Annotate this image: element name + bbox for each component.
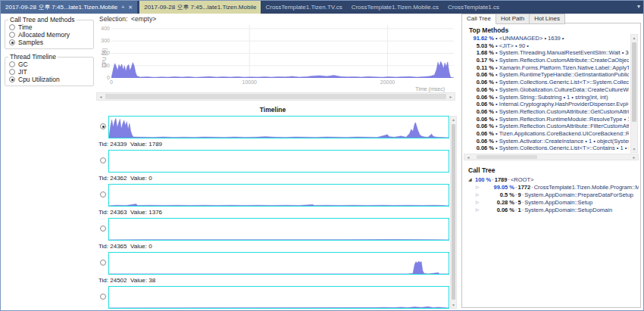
thread-radio-icon[interactable] bbox=[100, 191, 106, 197]
thread-activity-chart[interactable] bbox=[108, 184, 449, 207]
scrollbar-thumb[interactable] bbox=[105, 94, 446, 99]
top-method-row[interactable]: 0.06 % • System.Collections.Generic.List… bbox=[468, 79, 629, 86]
top-method-row[interactable]: 0.06 % • System.Reflection.RuntimeModule… bbox=[468, 116, 629, 123]
radio-label: Allocated Memory bbox=[18, 31, 70, 39]
radio-unselected-icon[interactable] bbox=[9, 24, 15, 30]
thread-radio-icon[interactable] bbox=[100, 294, 106, 300]
tree-sample-count: 5 bbox=[518, 199, 521, 206]
call-tree-row[interactable]: ◢100 %·1789·<ROOT> bbox=[465, 176, 639, 183]
top-method-row[interactable]: 0.06 % • Tizen.Applications.CoreBackend.… bbox=[468, 130, 629, 138]
radio-unselected-icon[interactable] bbox=[9, 32, 15, 38]
top-method-row[interactable]: 1.68 % • System.Threading.ManualResetEve… bbox=[468, 49, 629, 57]
document-tab[interactable]: CrossTemplate1.Tizen.Mobile.cs bbox=[347, 1, 443, 14]
tree-percent: 0.06 % bbox=[483, 207, 514, 213]
top-methods-vertical-scrollbar[interactable]: ▲ ▼ bbox=[630, 34, 638, 153]
top-method-row[interactable]: 0.11 % • Xamarin.Forms.Platform.Tizen.Na… bbox=[468, 64, 629, 72]
document-tabbar: 2017-09-28 오후 7:45...late1.Tizen.Mobile+… bbox=[1, 1, 643, 14]
thread-radio-selected-icon[interactable] bbox=[100, 123, 106, 129]
expand-icon[interactable]: ▷ bbox=[476, 206, 483, 213]
call-tree-row[interactable]: ▷0.28 %·5·System.AppDomain::Setup bbox=[465, 198, 639, 206]
radio-option[interactable]: GC bbox=[9, 61, 92, 68]
chart-horizontal-scrollbar[interactable]: ◄ ► bbox=[96, 92, 455, 101]
cpu-chart-plot-area[interactable] bbox=[111, 25, 454, 78]
scrollbar-thumb[interactable] bbox=[452, 124, 455, 300]
method-name: • Xamarin.Forms.Platform.Tizen.Native.La… bbox=[494, 64, 629, 71]
document-tab[interactable]: 2017-09-28 오후 7:45...late1.Tizen.Mobile+… bbox=[1, 1, 137, 14]
top-method-row[interactable]: 0.06 % • System.RuntimeTypeHandle::GetIn… bbox=[468, 71, 629, 79]
timeline-row: Tid: 24339 Value: 1789 bbox=[96, 116, 450, 150]
thread-activity-chart[interactable] bbox=[108, 218, 449, 241]
scroll-up-icon[interactable]: ▲ bbox=[631, 36, 637, 40]
scroll-left-icon[interactable]: ◄ bbox=[464, 155, 472, 160]
top-method-row[interactable]: 0.06 % • System.String::Substring • 1 • … bbox=[468, 94, 629, 101]
radio-selected-icon[interactable] bbox=[9, 76, 15, 82]
radio-unselected-icon[interactable] bbox=[9, 69, 15, 75]
scroll-down-icon[interactable]: ▼ bbox=[631, 147, 637, 151]
thread-radio-icon[interactable] bbox=[100, 260, 106, 266]
thread-radio-icon[interactable] bbox=[100, 157, 106, 163]
pin-icon[interactable]: + bbox=[121, 5, 124, 10]
top-method-row[interactable]: 0.17 % • System.Reflection.CustomAttribu… bbox=[468, 57, 629, 64]
tab-label: CrossTemplate1.Tizen.Mobile.cs bbox=[352, 4, 439, 11]
radio-option[interactable]: JIT bbox=[9, 68, 92, 76]
tree-percent: 99.05 % bbox=[483, 184, 514, 191]
top-method-row[interactable]: 0.06 % • Internal.Cryptography.HashProvi… bbox=[468, 101, 629, 108]
timeline-vertical-scrollbar[interactable]: ▲ ▼ bbox=[450, 116, 457, 309]
radio-selected-icon[interactable] bbox=[9, 39, 15, 45]
top-method-row[interactable]: 0.06 % • System.Collections.Generic.List… bbox=[468, 145, 629, 151]
call-tree-row[interactable]: ▷0.5 %·9·System.AppDomain::PrepareDataFo… bbox=[465, 191, 639, 198]
radio-option[interactable]: Cpu Utilization bbox=[9, 76, 92, 83]
close-icon[interactable]: ✕ bbox=[128, 5, 133, 11]
separator: · bbox=[522, 191, 524, 198]
thread-activity-chart[interactable] bbox=[108, 252, 449, 275]
tree-percent: 100 % bbox=[475, 176, 491, 183]
top-method-row[interactable]: 0.06 % • System.Reflection.CustomAttribu… bbox=[468, 108, 629, 116]
thread-activity-chart[interactable] bbox=[108, 286, 449, 309]
thread-activity-chart[interactable] bbox=[108, 116, 449, 138]
method-name: • System.Collections.Generic.List<T>::Sy… bbox=[494, 79, 629, 86]
scroll-up-icon[interactable]: ▲ bbox=[451, 117, 456, 122]
document-tab[interactable]: CrossTemplate1.cs bbox=[443, 1, 504, 14]
method-percent: 0.06 % bbox=[468, 79, 494, 86]
radio-option[interactable]: Allocated Memory bbox=[9, 31, 92, 39]
scrollbar-track[interactable] bbox=[472, 154, 630, 160]
scroll-left-icon[interactable]: ◄ bbox=[97, 95, 105, 99]
expand-icon[interactable]: ▷ bbox=[476, 191, 483, 198]
options-panel: Call Tree and MethodsTimeAllocated Memor… bbox=[2, 14, 96, 309]
method-name: • System.Threading.ManualResetEventSlim:… bbox=[494, 49, 629, 56]
top-method-row[interactable]: 0.06 % • System.Activator::CreateInstanc… bbox=[468, 138, 629, 145]
expand-icon[interactable]: ▷ bbox=[476, 198, 483, 206]
top-method-row[interactable]: 5.03 % • <JIT> • 90 • bbox=[468, 42, 629, 50]
scrollbar-track[interactable] bbox=[105, 93, 447, 100]
method-name: • System.RuntimeTypeHandle::GetInstantia… bbox=[494, 71, 629, 78]
tab-hot-lines[interactable]: Hot Lines bbox=[530, 14, 565, 24]
chevron-down-icon[interactable]: ▾ bbox=[637, 3, 640, 10]
top-methods-horizontal-scrollbar[interactable]: ◄ ► bbox=[464, 154, 639, 160]
radio-unselected-icon[interactable] bbox=[9, 61, 15, 67]
selection-caption: Selection: bbox=[99, 15, 127, 23]
method-percent: 0.06 % bbox=[468, 145, 494, 151]
expand-icon[interactable]: ▷ bbox=[476, 183, 483, 191]
thread-radio-icon[interactable] bbox=[100, 225, 106, 232]
thread-activity-chart[interactable] bbox=[108, 150, 449, 173]
scrollbar-thumb[interactable] bbox=[477, 155, 537, 159]
tab-call-tree[interactable]: Call Tree bbox=[461, 14, 496, 24]
top-method-row[interactable]: 0.06 % • System.Reflection.CustomAttribu… bbox=[468, 123, 629, 130]
collapse-icon[interactable]: ◢ bbox=[468, 176, 475, 183]
document-tab[interactable]: 2017-09-28 오후 7:45...late1.Tizen.Mobile bbox=[139, 1, 261, 14]
selection-value: <empty> bbox=[131, 15, 156, 23]
scroll-right-icon[interactable]: ► bbox=[447, 95, 455, 99]
scroll-right-icon[interactable]: ► bbox=[630, 155, 638, 160]
top-method-row[interactable]: 91.62 % • <UNMANAGED> • 1639 • bbox=[468, 35, 629, 42]
scrollbar-thumb[interactable] bbox=[632, 42, 636, 122]
method-percent: 0.06 % bbox=[468, 130, 494, 138]
radio-option[interactable]: Time bbox=[9, 23, 92, 31]
scroll-down-icon[interactable]: ▼ bbox=[451, 303, 456, 307]
call-tree-row[interactable]: ▷0.06 %·1·System.AppDomain::SetupDomain bbox=[465, 206, 639, 213]
tab-hot-path[interactable]: Hot Path bbox=[496, 14, 530, 24]
call-tree-row[interactable]: ▷99.05 %·1772·CrossTemplate1.Tizen.Mobil… bbox=[465, 183, 639, 191]
document-tab[interactable]: CrossTemplate1.Tizen.TV.cs bbox=[261, 1, 346, 14]
cpu-utilization-chart[interactable]: CPU [%] 010020030040001000020000 Time (m… bbox=[99, 23, 455, 95]
radio-option[interactable]: Samples bbox=[9, 39, 92, 46]
top-method-row[interactable]: 0.06 % • System.Globalization.CultureDat… bbox=[468, 86, 629, 94]
